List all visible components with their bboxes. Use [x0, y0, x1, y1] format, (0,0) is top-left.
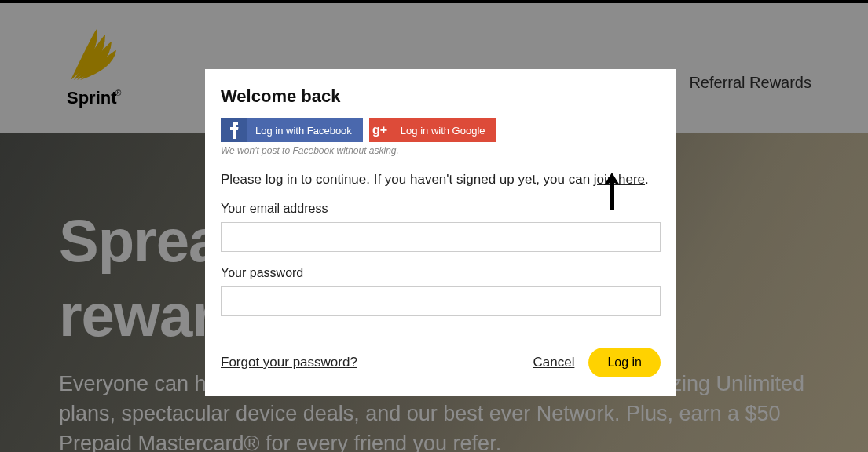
facebook-disclaimer: We won't post to Facebook without asking…	[221, 145, 661, 156]
password-label: Your password	[221, 266, 661, 280]
google-login-label: Log in with Google	[401, 125, 496, 137]
google-plus-icon: g+	[369, 118, 393, 142]
login-instruction: Please log in to continue. If you haven'…	[221, 172, 661, 188]
email-label: Your email address	[221, 202, 661, 216]
email-field[interactable]	[221, 222, 661, 252]
google-login-button[interactable]: g+ Log in with Google	[369, 118, 496, 142]
join-here-link[interactable]: join here	[594, 172, 645, 187]
login-button[interactable]: Log in	[588, 348, 661, 377]
password-field[interactable]	[221, 286, 661, 316]
facebook-icon	[221, 118, 247, 142]
login-modal: Welcome back Log in with Facebook g+ Log…	[205, 69, 676, 396]
cancel-button[interactable]: Cancel	[533, 355, 574, 370]
svg-text:g+: g+	[372, 124, 387, 137]
modal-title: Welcome back	[221, 86, 661, 107]
forgot-password-link[interactable]: Forgot your password?	[221, 355, 357, 370]
facebook-login-label: Log in with Facebook	[255, 125, 363, 137]
facebook-login-button[interactable]: Log in with Facebook	[221, 118, 363, 142]
